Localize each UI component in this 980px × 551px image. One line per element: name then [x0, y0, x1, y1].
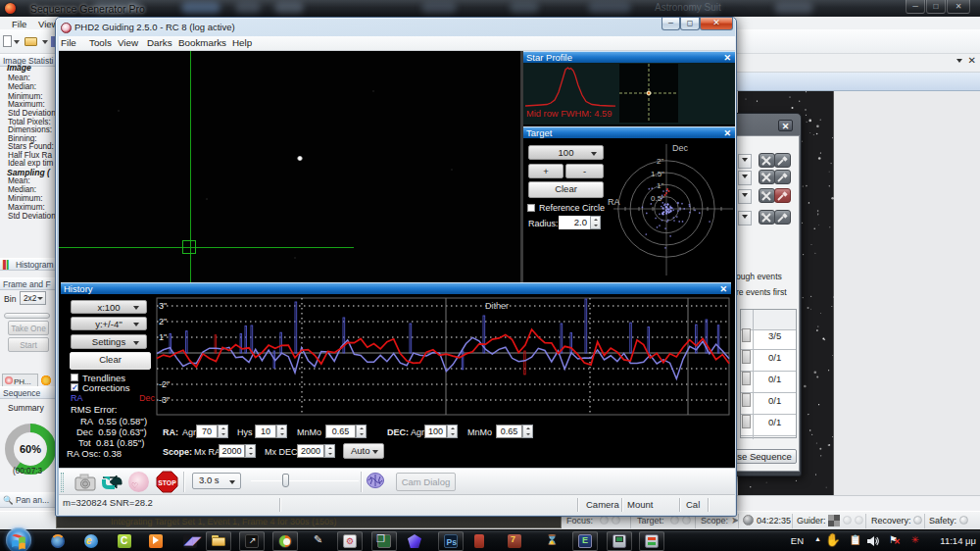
svg-text:-2": -2" [159, 379, 170, 389]
svg-text:-3": -3" [159, 395, 170, 405]
svg-text:1": 1" [657, 181, 663, 190]
svg-text:Mid row FWHM: 4.59: Mid row FWHM: 4.59 [526, 109, 612, 119]
svg-text:STOP: STOP [158, 479, 176, 486]
svg-text:Dither: Dither [485, 301, 509, 311]
svg-text:Dec: Dec [672, 143, 689, 153]
svg-text:2": 2" [657, 157, 663, 166]
svg-text:1": 1" [159, 332, 167, 342]
svg-text:60%: 60% [20, 443, 41, 455]
svg-text:RA: RA [608, 197, 620, 207]
svg-text:3": 3" [159, 301, 167, 311]
svg-text:2": 2" [159, 317, 167, 326]
svg-text:1.5": 1.5" [651, 170, 664, 178]
